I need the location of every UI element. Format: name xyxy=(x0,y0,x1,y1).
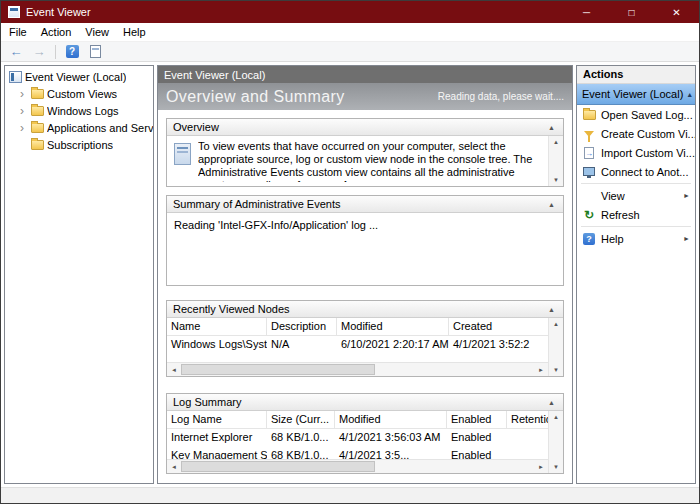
recent-nodes-header[interactable]: Recently Viewed Nodes ▲ xyxy=(167,301,563,318)
tree-item-windows-logs[interactable]: › Windows Logs xyxy=(5,102,153,119)
scroll-up-icon[interactable]: ▲ xyxy=(553,318,559,330)
console-tree-icon xyxy=(90,45,101,58)
action-open-saved-log[interactable]: Open Saved Log... xyxy=(577,105,695,124)
console-tree-button[interactable] xyxy=(85,43,105,60)
scroll-up-icon[interactable]: ▲ xyxy=(553,411,559,423)
action-help[interactable]: ? Help ► xyxy=(577,229,695,248)
column-header-description[interactable]: Description xyxy=(267,318,337,336)
chevron-right-icon[interactable]: › xyxy=(20,106,28,116)
log-summary-vertical-scrollbar[interactable]: ▲ ▼ xyxy=(548,411,563,473)
refresh-icon: ↻ xyxy=(582,208,596,222)
title-bar: Event Viewer ─ □ ✕ xyxy=(1,1,699,23)
action-label: Create Custom Vi... xyxy=(601,128,695,140)
back-button[interactable]: ← xyxy=(6,43,26,60)
tree-item-custom-views[interactable]: › Custom Views xyxy=(5,85,153,102)
column-header-size[interactable]: Size (Curr... xyxy=(267,411,335,429)
collapse-icon[interactable]: ▲ xyxy=(546,124,557,131)
tree-item-subscriptions[interactable]: Subscriptions xyxy=(5,136,153,153)
column-header-enabled[interactable]: Enabled xyxy=(447,411,507,429)
folder-icon xyxy=(31,123,44,133)
scroll-up-icon[interactable]: ▲ xyxy=(553,136,559,148)
minimize-button[interactable]: ─ xyxy=(564,1,609,23)
forward-button[interactable]: → xyxy=(29,43,49,60)
menu-help[interactable]: Help xyxy=(116,24,153,40)
console-tree-panel: Event Viewer (Local) › Custom Views › Wi… xyxy=(4,65,154,484)
log-summary-horizontal-scrollbar[interactable]: ◄ ► xyxy=(167,459,548,473)
log-summary-header[interactable]: Log Summary ▲ xyxy=(167,394,563,411)
open-folder-icon xyxy=(582,110,596,120)
scroll-down-icon[interactable]: ▼ xyxy=(553,364,559,376)
action-view[interactable]: View ► xyxy=(577,186,695,205)
tree-item-applications-services-logs[interactable]: › Applications and Services Lo xyxy=(5,119,153,136)
scrollbar-track[interactable] xyxy=(181,460,534,473)
close-button[interactable]: ✕ xyxy=(654,1,699,23)
event-viewer-icon xyxy=(9,71,22,83)
actions-separator xyxy=(581,226,691,227)
action-import-custom-view[interactable]: Import Custom Vi... xyxy=(577,143,695,162)
column-header-created[interactable]: Created xyxy=(449,318,552,336)
table-row[interactable]: Key Management Servi 68 KB/1.0... 4/1/20… xyxy=(167,447,548,459)
help-icon: ? xyxy=(582,233,596,245)
recent-horizontal-scrollbar[interactable]: ◄ ► xyxy=(167,362,548,376)
app-icon xyxy=(8,6,20,18)
window-title: Event Viewer xyxy=(26,6,91,18)
actions-group-event-viewer[interactable]: Event Viewer (Local) ▲ xyxy=(577,84,695,105)
tree-root-event-viewer[interactable]: Event Viewer (Local) xyxy=(5,68,153,85)
column-header-modified[interactable]: Modified xyxy=(335,411,447,429)
action-create-custom-view[interactable]: Create Custom Vi... xyxy=(577,124,695,143)
overview-vertical-scrollbar[interactable]: ▲ ▼ xyxy=(548,136,563,186)
table-row[interactable]: Internet Explorer 68 KB/1.0... 4/1/2021 … xyxy=(167,429,548,447)
scroll-left-icon[interactable]: ◄ xyxy=(167,464,181,470)
status-strip xyxy=(1,487,699,503)
overview-text: To view events that have occurred on you… xyxy=(198,140,544,182)
menu-view[interactable]: View xyxy=(78,24,116,40)
maximize-button[interactable]: □ xyxy=(609,1,654,23)
toolbar: ← → ? xyxy=(1,42,699,62)
table-row[interactable]: Windows Logs\System N/A 6/10/2021 2:20:1… xyxy=(167,336,548,354)
chevron-right-icon[interactable]: › xyxy=(20,123,28,133)
cell-modified: 6/10/2021 2:20:17 AM xyxy=(337,336,449,354)
action-refresh[interactable]: ↻ Refresh xyxy=(577,205,695,224)
cell-log-name: Key Management Servi xyxy=(167,447,267,459)
scrollbar-thumb[interactable] xyxy=(181,461,375,472)
admin-summary-title: Summary of Administrative Events xyxy=(173,198,341,210)
actions-separator xyxy=(581,183,691,184)
collapse-icon[interactable]: ▲ xyxy=(546,306,557,313)
scroll-right-icon[interactable]: ► xyxy=(534,464,548,470)
scrollbar-thumb[interactable] xyxy=(181,364,375,375)
scroll-left-icon[interactable]: ◄ xyxy=(167,367,181,373)
admin-summary-section: Summary of Administrative Events ▲ Readi… xyxy=(166,195,564,286)
scroll-down-icon[interactable]: ▼ xyxy=(553,461,559,473)
column-header-log-name[interactable]: Log Name xyxy=(167,411,267,429)
column-header-modified[interactable]: Modified xyxy=(337,318,449,336)
column-header-retention[interactable]: Retention xyxy=(507,411,552,429)
scrollbar-track[interactable] xyxy=(181,363,534,376)
menu-file[interactable]: File xyxy=(2,24,34,40)
admin-summary-status: Reading 'Intel-GFX-Info/Application' log… xyxy=(174,219,378,231)
overview-section-header[interactable]: Overview ▲ xyxy=(167,119,563,136)
column-header-name[interactable]: Name xyxy=(167,318,267,336)
log-summary-title: Log Summary xyxy=(173,396,241,408)
scroll-right-icon[interactable]: ► xyxy=(534,367,548,373)
collapse-icon[interactable]: ▲ xyxy=(546,201,557,208)
folder-icon xyxy=(31,106,44,116)
help-topics-button[interactable]: ? xyxy=(62,43,82,60)
recent-table-rows: Windows Logs\System N/A 6/10/2021 2:20:1… xyxy=(167,336,548,362)
admin-summary-header[interactable]: Summary of Administrative Events ▲ xyxy=(167,196,563,213)
action-label: Help xyxy=(601,233,624,245)
cell-modified: 4/1/2021 3:56:03 AM xyxy=(335,429,447,447)
action-connect-another-computer[interactable]: Connect to Anot... xyxy=(577,162,695,181)
action-label: View xyxy=(601,190,625,202)
info-computer-icon xyxy=(174,143,191,165)
collapse-icon[interactable]: ▲ xyxy=(546,399,557,406)
cell-description: N/A xyxy=(267,336,337,354)
menu-action[interactable]: Action xyxy=(34,24,79,40)
collapse-icon[interactable]: ▲ xyxy=(683,91,693,98)
overview-section-title: Overview xyxy=(173,121,219,133)
chevron-right-icon[interactable]: › xyxy=(20,89,28,99)
overview-inner: To view events that have occurred on you… xyxy=(167,136,548,186)
scroll-down-icon[interactable]: ▼ xyxy=(553,174,559,186)
main-area: Event Viewer (Local) › Custom Views › Wi… xyxy=(1,62,699,487)
recent-vertical-scrollbar[interactable]: ▲ ▼ xyxy=(548,318,563,376)
tree-item-label: Subscriptions xyxy=(47,139,113,151)
